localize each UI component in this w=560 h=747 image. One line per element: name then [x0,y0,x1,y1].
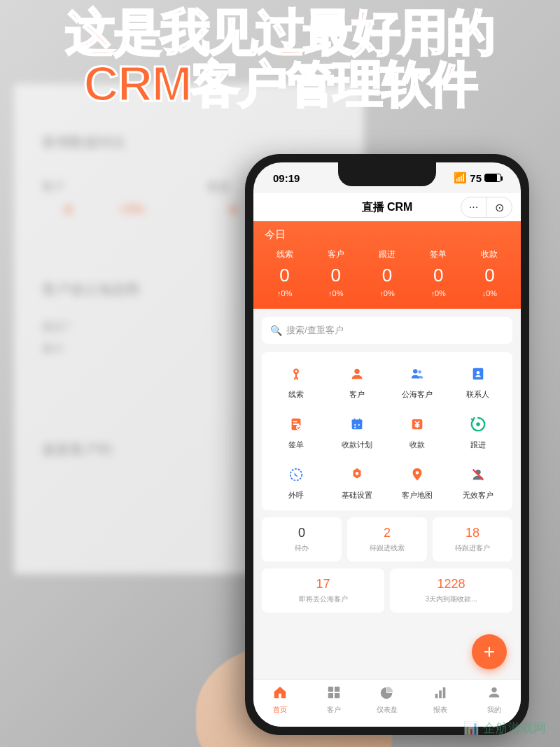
phone-frame: 09:19 📶 75 直播 CRM ··· ⊙ 今日 线索0↑0%客户0↑0%跟… [245,154,529,735]
svg-point-27 [491,687,496,692]
stats-row: 线索0↑0%客户0↑0%跟进0↑0%签单0↑0%收款0↓0% [253,246,521,309]
svg-rect-22 [328,693,332,698]
headline-overlay: 这是我见过最好用的 CRM客户管理软件 [0,7,560,110]
todo-card[interactable]: 12283天内到期收款... [390,568,512,613]
todo-card[interactable]: 18待跟进客户 [433,517,512,561]
grid-item-settings[interactable]: 基础设置 [328,463,386,501]
svg-point-16 [355,472,358,475]
nav-user[interactable]: 我的 [468,680,521,720]
today-label: 今日 [253,221,521,246]
invalid-icon [466,463,490,487]
nav-grid[interactable]: 客户 [307,680,360,720]
svg-point-17 [416,471,419,475]
leads-icon [284,362,308,386]
stat-item[interactable]: 线索0↑0% [259,249,310,298]
svg-rect-26 [443,687,446,699]
map-icon [405,463,429,487]
grid-item-plan[interactable]: 收款计划 [328,412,386,450]
svg-point-14 [476,422,480,426]
todo-row-2: 17即将丢公海客户12283天内到期收款... [262,568,512,613]
svg-rect-20 [328,687,332,692]
svg-point-1 [354,369,359,374]
status-time: 09:19 [273,172,300,184]
stat-item[interactable]: 签单0↑0% [413,249,464,298]
pool-icon [405,362,429,386]
svg-rect-25 [440,690,442,698]
grid-item-customer[interactable]: 客户 [328,362,386,400]
app-header: 直播 CRM ··· ⊙ [253,193,521,221]
todo-card[interactable]: 0待办 [262,517,342,561]
battery-percent: 75 [470,172,482,184]
todo-card[interactable]: 17即将丢公海客户 [262,568,384,613]
call-icon [284,463,308,487]
grid-item-map[interactable]: 客户地图 [388,463,447,501]
stat-item[interactable]: 收款0↓0% [464,249,515,298]
grid-icon [326,685,342,704]
grid-item-followup[interactable]: 跟进 [449,412,507,450]
feature-grid: 线索客户公海客户联系人签单收款计划收款跟进外呼基础设置客户地图无效客户 [262,352,512,510]
watermark-icon: 📊 [463,720,479,736]
svg-point-2 [413,369,417,373]
svg-point-11 [358,424,359,426]
report-icon [433,685,448,704]
phone-notch [338,162,436,186]
more-button[interactable]: ··· [461,197,486,217]
nav-home[interactable]: 首页 [253,680,307,720]
svg-point-12 [354,426,356,428]
svg-point-10 [354,424,356,426]
grid-item-contact[interactable]: 联系人 [449,362,507,400]
nav-report[interactable]: 报表 [414,680,467,720]
settings-icon [345,463,369,487]
signal-icon: 📶 [454,172,467,184]
battery-icon [484,174,501,182]
grid-item-invalid[interactable]: 无效客户 [449,463,507,501]
watermark: 📊 企航游戏网 [463,720,546,736]
dashboard-icon [379,685,395,704]
svg-rect-21 [335,687,340,692]
grid-item-payment[interactable]: 收款 [388,412,447,450]
stat-item[interactable]: 客户0↑0% [310,249,361,298]
grid-item-leads[interactable]: 线索 [267,362,326,400]
search-icon: 🔍 [270,325,282,336]
phone-screen: 09:19 📶 75 直播 CRM ··· ⊙ 今日 线索0↑0%客户0↑0%跟… [253,162,521,727]
add-button[interactable]: + [472,634,507,669]
followup-icon [466,412,490,436]
app-title: 直播 CRM [362,200,413,215]
grid-item-pool[interactable]: 公海客户 [388,362,447,400]
search-input[interactable]: 🔍 搜索/查重客户 [262,317,512,344]
nav-dashboard[interactable]: 仪表盘 [360,680,414,720]
close-button[interactable]: ⊙ [486,197,512,217]
todo-card[interactable]: 2待跟进线索 [347,517,427,561]
svg-point-3 [419,370,422,374]
grid-item-call[interactable]: 外呼 [267,463,326,501]
svg-point-5 [476,371,479,375]
svg-rect-23 [335,693,340,698]
plan-icon [345,412,369,436]
svg-rect-24 [435,694,438,698]
payment-icon [405,412,429,436]
grid-item-order[interactable]: 签单 [267,412,326,450]
todo-row-1: 0待办2待跟进线索18待跟进客户 [262,517,512,561]
contact-icon [466,362,490,386]
svg-rect-9 [351,420,362,423]
stat-item[interactable]: 跟进0↑0% [361,249,412,298]
order-icon [284,412,308,436]
home-icon [272,685,288,704]
user-icon [486,685,502,704]
today-stats-panel: 今日 线索0↑0%客户0↑0%跟进0↑0%签单0↑0%收款0↓0% [253,221,521,309]
customer-icon [345,362,369,386]
